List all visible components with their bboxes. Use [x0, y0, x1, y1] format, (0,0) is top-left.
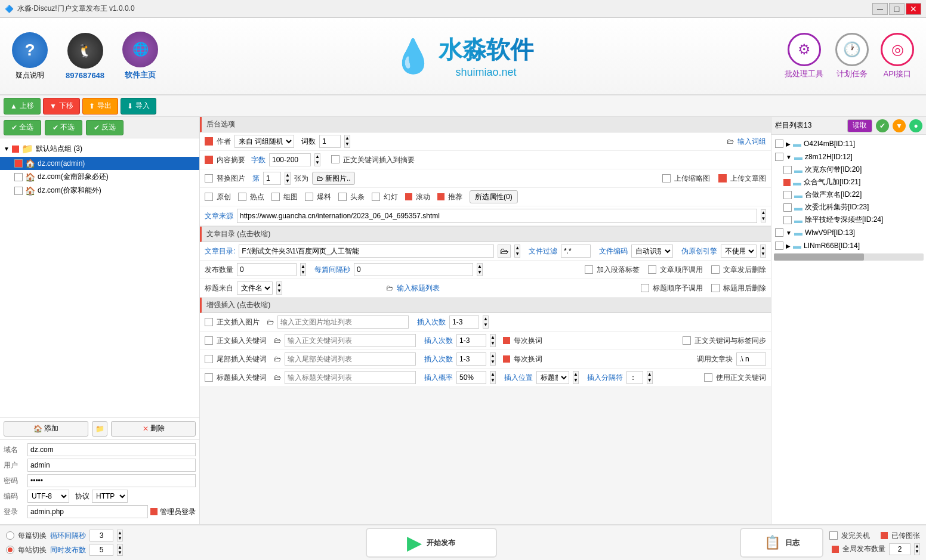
cat-checkbox-13[interactable]: [775, 228, 783, 237]
image-insert-checkbox[interactable]: [205, 318, 213, 326]
interval-spinner[interactable]: ▲▼: [477, 263, 483, 276]
concurrent-spinner[interactable]: ▲▼: [117, 544, 123, 556]
tail-keyword-input[interactable]: [285, 352, 416, 366]
global-count-spinner[interactable]: ▲▼: [914, 543, 920, 555]
cat-checkbox-22[interactable]: [783, 191, 792, 199]
dir-spinner[interactable]: ▲▼: [514, 245, 520, 258]
tail-keyword-checkbox[interactable]: [205, 355, 213, 363]
title-position-spinner[interactable]: ▲▼: [573, 371, 579, 384]
keyword-sync-checkbox[interactable]: [683, 336, 691, 345]
minimize-button[interactable]: ─: [872, 3, 888, 15]
upload-thumbnail-checkbox[interactable]: [662, 174, 671, 182]
loop-interval-spinner[interactable]: ▲▼: [117, 530, 123, 542]
site-group-default[interactable]: ▼ 📁 默认站点组 (3): [0, 141, 199, 157]
site-item-2[interactable]: 🏠 dz.com(价家和能外): [0, 184, 199, 197]
tail-block-input[interactable]: [736, 352, 766, 366]
site-checkbox-0[interactable]: [14, 159, 23, 168]
cat-checkbox-12[interactable]: [775, 153, 783, 161]
cat-item-24[interactable]: ▬ 除平技经专深须些[ID:24]: [771, 214, 926, 226]
loop-interval-input[interactable]: [89, 530, 113, 542]
browse-button[interactable]: 📁: [92, 421, 107, 437]
login-input[interactable]: [27, 505, 148, 518]
delete-after-checkbox[interactable]: [711, 265, 720, 274]
site-checkbox-2[interactable]: [14, 187, 23, 195]
article-order-checkbox[interactable]: [648, 265, 656, 274]
word-count-spinner[interactable]: ▲▼: [344, 135, 350, 148]
hotspot-checkbox[interactable]: [238, 193, 246, 201]
group-image-checkbox[interactable]: [271, 193, 280, 201]
select-all-button[interactable]: ✔ 全选: [4, 120, 41, 135]
char-count-spinner[interactable]: ▲▼: [314, 153, 320, 166]
headline-checkbox[interactable]: [338, 193, 347, 201]
title-position-select[interactable]: 标题前: [536, 371, 569, 384]
image-count-spinner[interactable]: ▲▼: [483, 315, 489, 329]
page-spinner[interactable]: ▲▼: [285, 172, 291, 185]
fake-original-select[interactable]: 不使用: [721, 245, 757, 258]
title-rate-spinner[interactable]: ▲▼: [490, 371, 496, 384]
file-encoding-select[interactable]: 自动识别: [631, 245, 673, 258]
title-separator-spinner[interactable]: ▲▼: [647, 371, 653, 384]
down-button[interactable]: ▼: [893, 119, 906, 132]
article-source-spinner[interactable]: ▲▼: [761, 209, 766, 222]
keyword-count-input[interactable]: [456, 334, 486, 347]
title-delete-checkbox[interactable]: [711, 284, 720, 292]
keyword-insert-checkbox[interactable]: [205, 336, 213, 345]
selected-attr-button[interactable]: 所选属性(0): [470, 190, 518, 203]
homepage-button[interactable]: 🌐 软件主页: [122, 32, 158, 81]
page-input[interactable]: [263, 172, 281, 185]
title-keyword-checkbox[interactable]: [205, 373, 213, 382]
cat-checkbox-11[interactable]: [775, 140, 783, 148]
import-button[interactable]: ⬇ 导入: [121, 98, 156, 115]
file-filter-input[interactable]: [561, 245, 591, 258]
cat-item-23[interactable]: ▬ 次委北科集劳[ID:23]: [771, 201, 926, 214]
article-dir-header[interactable]: 文章目录 (点击收缩): [200, 227, 771, 242]
title-keyword-input[interactable]: [285, 371, 416, 384]
title-source-select[interactable]: 文件名: [237, 281, 273, 295]
per-article-radio[interactable]: [6, 531, 14, 540]
title-source-spinner[interactable]: ▲▼: [276, 281, 282, 295]
api-button[interactable]: ◎ API接口: [881, 33, 914, 79]
per-site-radio[interactable]: [6, 546, 14, 554]
password-input[interactable]: [27, 474, 196, 487]
move-up-button[interactable]: ▲ 上移: [4, 98, 41, 115]
title-rate-input[interactable]: [456, 371, 486, 384]
dir-browse-button[interactable]: 🗁: [498, 245, 511, 258]
use-article-keyword-checkbox[interactable]: [704, 373, 712, 382]
cat-item-22[interactable]: ▬ 合做严京名[ID:22]: [771, 188, 926, 201]
delete-site-button[interactable]: ✕ 删除: [111, 421, 196, 437]
site-checkbox-1[interactable]: [14, 173, 23, 181]
keyword-summary-checkbox[interactable]: [331, 155, 339, 163]
batch-button[interactable]: ⚙ 批处理工具: [785, 33, 823, 79]
maximize-button[interactable]: □: [889, 3, 905, 15]
cat-checkbox-14[interactable]: [775, 242, 783, 250]
publish-count-input[interactable]: [237, 263, 297, 276]
dot-button[interactable]: ●: [909, 119, 922, 132]
shutdown-checkbox[interactable]: [829, 531, 838, 540]
global-count-input[interactable]: [889, 543, 910, 555]
cat-checkbox-24[interactable]: [783, 216, 792, 224]
user-input[interactable]: [27, 459, 196, 472]
bomb-checkbox[interactable]: [305, 193, 313, 201]
new-image-button[interactable]: 🗁 新图片..: [312, 172, 355, 185]
add-site-button[interactable]: 🏠 添加: [4, 421, 88, 437]
protocol-select[interactable]: HTTP: [92, 490, 128, 503]
article-source-input[interactable]: [237, 209, 757, 223]
cat-item-20[interactable]: ▬ 次克东何带[ID:20]: [771, 163, 926, 176]
cat-checkbox-23[interactable]: [783, 203, 792, 212]
title-separator-input[interactable]: [626, 371, 643, 384]
interval-input[interactable]: [354, 263, 473, 276]
word-count-input[interactable]: [319, 135, 341, 148]
help-button[interactable]: ? 疑点说明: [12, 32, 48, 81]
domain-input[interactable]: [27, 443, 196, 456]
title-order-checkbox[interactable]: [641, 284, 649, 292]
green-check-button[interactable]: ✔: [876, 119, 889, 132]
close-button[interactable]: ✕: [906, 3, 921, 15]
char-count-input[interactable]: [269, 153, 311, 166]
image-insert-input[interactable]: [277, 315, 409, 329]
image-count-input[interactable]: [449, 315, 479, 329]
gif-checkbox[interactable]: [372, 193, 380, 201]
paragraph-checkbox[interactable]: [585, 265, 593, 274]
deselect-button[interactable]: ✔ 不选: [45, 120, 82, 135]
schedule-button[interactable]: 🕐 计划任务: [835, 33, 869, 79]
export-button[interactable]: ⬆ 导出: [82, 98, 118, 115]
